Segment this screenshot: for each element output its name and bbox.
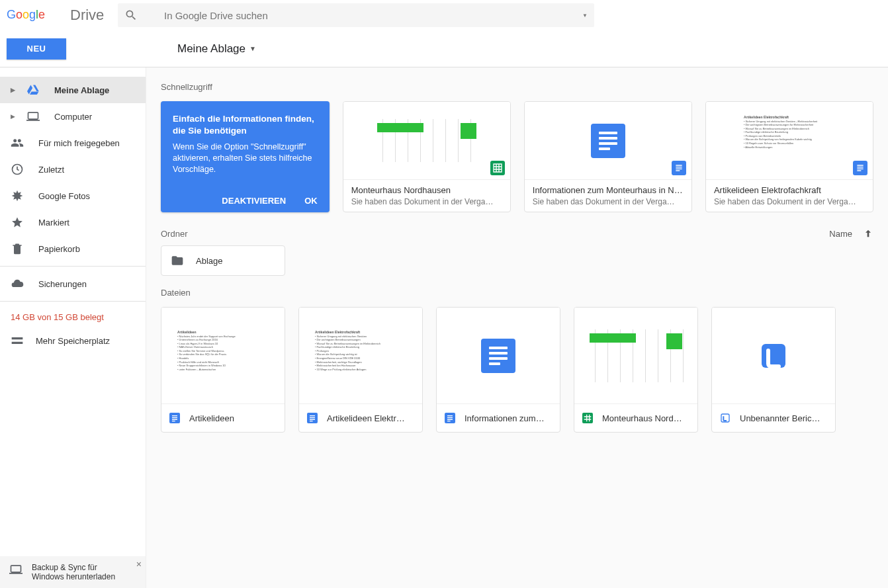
docs-icon [853, 161, 867, 175]
sidebar-item-shared[interactable]: Für mich freigegeben [0, 130, 146, 156]
thumbnail-spreadsheet [583, 329, 689, 382]
docs-icon [169, 413, 180, 423]
backup-sync-promo[interactable]: × Backup & Sync für Windows herunterlade… [0, 556, 146, 588]
folder-name: Ablage [196, 256, 222, 266]
quick-card-title: Artikelideen Elektrofachkraft [714, 185, 865, 195]
trash-icon [11, 242, 24, 255]
sidebar-item-my-drive[interactable]: ▶ Meine Ablage [0, 77, 146, 103]
thumbnail-document: Artikelideen Elektrofachkraft Sicherer U… [740, 111, 839, 171]
thumbnail-docs-icon [591, 124, 625, 158]
file-card[interactable]: Unbenannter Beric… [711, 307, 836, 433]
new-button[interactable]: NEU [7, 38, 66, 60]
clock-icon [11, 163, 24, 176]
file-name: Monteurhaus Nord… [602, 413, 682, 423]
sort-control[interactable]: Name [829, 228, 873, 239]
star-icon [11, 216, 24, 229]
logo-product-name: Drive [70, 7, 104, 24]
storage-icon [11, 334, 24, 347]
folders-heading: Ordner [161, 229, 187, 239]
quick-access-card[interactable]: Artikelideen Elektrofachkraft Sicherer U… [705, 101, 873, 212]
thumbnail-document: ArtikelideenNächstes Jahr endet der Supp… [173, 326, 273, 386]
sidebar: ▶ Meine Ablage ▶ Computer Für mich freig… [0, 67, 146, 588]
quick-access-card[interactable]: Monteurhaus Nordhausen Sie haben das Dok… [343, 101, 511, 212]
sidebar-item-recent[interactable]: Zuletzt [0, 156, 146, 183]
quick-card-subtitle: Sie haben das Dokument in der Verga… [714, 197, 865, 206]
toolbar: NEU Meine Ablage ▼ [0, 30, 888, 67]
computer-icon [26, 110, 40, 123]
report-icon [720, 413, 731, 423]
file-card[interactable]: Artikelideen ElektrofachkraftSicherer Um… [298, 307, 423, 433]
promo-body: Wenn Sie die Option "Schnellzugriff" akt… [173, 142, 318, 175]
docs-icon [307, 413, 318, 423]
file-name: Artikelideen [189, 413, 234, 423]
buy-storage-link[interactable]: Mehr Speicherplatz [0, 329, 146, 353]
quick-access-promo-card: Einfach die Informationen finden, die Si… [161, 101, 330, 212]
expand-icon: ▶ [11, 113, 19, 120]
folder-item[interactable]: Ablage [161, 245, 285, 276]
file-name: Unbenannter Beric… [740, 413, 820, 423]
storage-usage: 14 GB von 15 GB belegt [0, 306, 146, 329]
promo-ok-button[interactable]: OK [304, 196, 318, 206]
thumbnail-spreadsheet [371, 119, 483, 162]
sidebar-item-computers[interactable]: ▶ Computer [0, 103, 146, 130]
backup-promo-line1: Backup & Sync für [32, 563, 115, 572]
sidebar-item-label: Sicherungen [38, 279, 87, 289]
buy-storage-label: Mehr Speicherplatz [36, 336, 110, 346]
search-icon [124, 9, 138, 22]
sort-label: Name [829, 229, 852, 239]
drive-icon [26, 83, 40, 97]
promo-deactivate-button[interactable]: DEAKTIVIEREN [222, 196, 286, 206]
sidebar-item-photos[interactable]: Google Fotos [0, 183, 146, 209]
sidebar-item-trash[interactable]: Papierkorb [0, 235, 146, 262]
main-content: Schnellzugriff Einfach die Informationen… [146, 67, 888, 588]
close-icon[interactable]: × [136, 559, 142, 569]
files-heading: Dateien [161, 288, 873, 298]
search-box[interactable]: ▼ [118, 3, 594, 27]
svg-rect-5 [582, 413, 593, 423]
sheets-icon [582, 413, 593, 423]
sheets-icon [490, 161, 505, 175]
arrow-up-icon [863, 228, 873, 239]
quick-access-card[interactable]: Informationen zum Monteurhaus in N… Sie … [524, 101, 692, 212]
sidebar-item-backups[interactable]: Sicherungen [0, 271, 146, 297]
file-name: Artikelideen Elektr… [327, 413, 405, 423]
thumbnail-docs-icon [481, 339, 515, 373]
header: Google Drive ▼ [0, 0, 888, 30]
sidebar-item-label: Zuletzt [38, 165, 64, 175]
thumbnail-document: Artikelideen ElektrofachkraftSicherer Um… [311, 326, 410, 386]
sidebar-item-label: Papierkorb [38, 244, 80, 254]
sidebar-item-label: Google Fotos [38, 191, 90, 201]
sidebar-item-label: Computer [54, 112, 92, 122]
expand-icon: ▶ [11, 87, 19, 93]
search-options-icon[interactable]: ▼ [582, 13, 588, 19]
drive-logo[interactable]: Google Drive [7, 6, 118, 24]
file-card[interactable]: Monteurhaus Nord… [574, 307, 698, 433]
quick-card-title: Informationen zum Monteurhaus in N… [533, 185, 684, 195]
breadcrumb[interactable]: Meine Ablage ▼ [177, 42, 256, 56]
cloud-icon [11, 277, 24, 290]
quick-card-subtitle: Sie haben das Dokument in der Verga… [533, 197, 684, 206]
backup-promo-line2: Windows herunterladen [32, 572, 115, 581]
file-card[interactable]: ArtikelideenNächstes Jahr endet der Supp… [161, 307, 285, 433]
docs-icon [672, 161, 686, 175]
people-icon [11, 136, 24, 149]
quick-access-heading: Schnellzugriff [161, 82, 873, 92]
report-icon [758, 340, 789, 372]
breadcrumb-label: Meine Ablage [177, 42, 245, 56]
photos-icon [11, 189, 24, 202]
search-input[interactable] [138, 10, 582, 21]
sidebar-item-label: Für mich freigegeben [38, 138, 120, 148]
promo-title: Einfach die Informationen finden, die Si… [173, 113, 318, 136]
docs-icon [445, 413, 455, 423]
quick-card-subtitle: Sie haben das Dokument in der Verga… [351, 197, 502, 206]
sidebar-item-label: Markiert [38, 218, 69, 228]
quick-card-title: Monteurhaus Nordhausen [351, 185, 502, 195]
sidebar-item-label: Meine Ablage [54, 85, 109, 95]
laptop-icon [9, 563, 22, 576]
svg-text:Google: Google [7, 9, 45, 22]
svg-rect-6 [762, 344, 785, 368]
folder-icon [171, 254, 184, 267]
sidebar-item-starred[interactable]: Markiert [0, 209, 146, 235]
chevron-down-icon: ▼ [249, 45, 256, 52]
file-card[interactable]: Informationen zum… [436, 307, 560, 433]
